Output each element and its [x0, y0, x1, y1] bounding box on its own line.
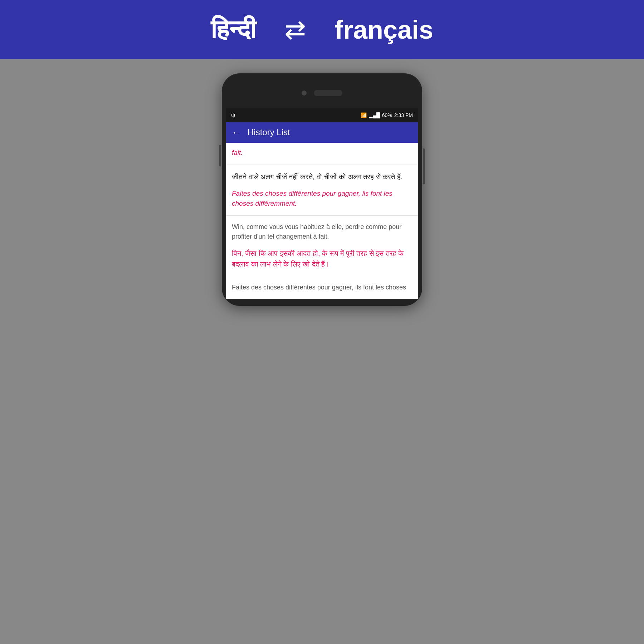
current-time: 2:33 PM — [394, 112, 413, 118]
volume-button — [219, 145, 221, 166]
french-plain-text: Win, comme vous vous habituez à elle, pe… — [232, 222, 412, 241]
app-bar: ← History List — [226, 122, 418, 143]
front-camera — [302, 91, 307, 96]
list-item[interactable]: fait. — [226, 143, 418, 165]
hindi-red-text: विन, जैसा कि आप इसकी आदत हो, के रूप में … — [232, 248, 412, 269]
history-content: fait. जीतने वाले अलग चीजें नहीं करते, वो… — [226, 143, 418, 299]
wifi-icon: 📶 — [361, 112, 367, 118]
earpiece-speaker — [314, 90, 342, 96]
top-header: हिन्दी ⇄ français — [0, 0, 644, 59]
french-text: Faites des choses différentes pour gagne… — [232, 189, 412, 209]
phone-screen: ψ 📶 ▂▄█ 60% 2:33 PM ← History List fait. — [226, 108, 418, 299]
signal-icon: ▂▄█ — [369, 112, 380, 118]
swap-icon[interactable]: ⇄ — [284, 15, 306, 45]
status-bar: ψ 📶 ▂▄█ 60% 2:33 PM — [226, 108, 418, 122]
power-button — [423, 148, 425, 184]
list-item[interactable]: Win, comme vous vous habituez à elle, pe… — [226, 216, 418, 276]
screen-title: History List — [248, 127, 290, 137]
status-right: 📶 ▂▄█ 60% 2:33 PM — [361, 112, 413, 118]
battery-level: 60% — [382, 112, 392, 118]
background-area: ψ 📶 ▂▄█ 60% 2:33 PM ← History List fait. — [0, 59, 644, 644]
list-item[interactable]: Faites des choses différentes pour gagne… — [226, 276, 418, 299]
back-button[interactable]: ← — [232, 127, 241, 138]
french-partial-bottom: Faites des choses différentes pour gagne… — [232, 283, 412, 292]
french-partial-text: fait. — [232, 149, 243, 156]
list-item[interactable]: जीतने वाले अलग चीजें नहीं करते, वो चीजों… — [226, 165, 418, 216]
phone-camera-area — [226, 80, 418, 106]
usb-icon: ψ — [231, 112, 235, 118]
phone-mockup: ψ 📶 ▂▄█ 60% 2:33 PM ← History List fait. — [222, 73, 422, 306]
status-left: ψ — [231, 112, 235, 118]
target-language: français — [335, 15, 433, 44]
hindi-text: जीतने वाले अलग चीजें नहीं करते, वो चीजों… — [232, 171, 412, 182]
source-language: हिन्दी — [211, 15, 256, 45]
